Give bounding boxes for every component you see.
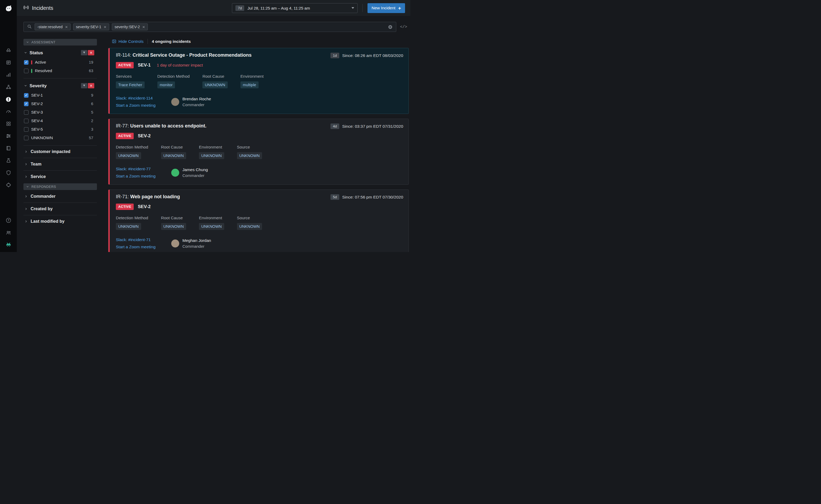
incident-title: IR-114: Critical Service Outage - Produc…: [116, 52, 252, 58]
hide-controls-button[interactable]: Hide Controls: [112, 39, 143, 44]
filter-funnel-button[interactable]: [81, 50, 87, 55]
incident-field: Environment multiple: [240, 74, 264, 88]
facet-row-resolved[interactable]: Resolved 63: [24, 67, 97, 75]
collapsed-group-created-by[interactable]: Created by: [23, 203, 97, 215]
incidents-icon[interactable]: [0, 93, 17, 105]
assessment-section-header[interactable]: ASSESSMENT: [23, 39, 97, 46]
facet-label: Active: [35, 60, 46, 65]
chevron-right-icon: [24, 175, 28, 178]
clear-search-icon[interactable]: [388, 24, 393, 30]
incident-title: IR-77: Users unable to access endpoint.: [116, 123, 206, 129]
monitors-icon[interactable]: [0, 105, 17, 118]
clear-filter-button[interactable]: [88, 50, 94, 55]
incident-field: Environment UNKNOWN: [199, 145, 224, 159]
new-incident-button[interactable]: New Incident +: [367, 3, 405, 13]
field-value-pill: UNKNOWN: [116, 152, 141, 159]
incidents-page-icon: [23, 5, 29, 11]
slack-channel-link[interactable]: Slack: #incident-77: [116, 167, 171, 171]
facet-row-unknown[interactable]: UNKNOWN 57: [24, 134, 97, 142]
incident-title-text: Users unable to access endpoint.: [130, 123, 206, 129]
field-label: Source: [237, 216, 262, 220]
remove-filter-icon[interactable]: [142, 26, 145, 28]
search-filter-pill[interactable]: severity:SEV-2: [112, 23, 148, 30]
zoom-meeting-link[interactable]: Start a Zoom meeting: [116, 174, 171, 179]
avatar: [171, 169, 179, 177]
incident-field: Root Cause UNKNOWN: [202, 74, 228, 88]
group-label: Customer impacted: [31, 149, 70, 154]
checkbox[interactable]: [24, 102, 28, 106]
logs-icon[interactable]: [0, 56, 17, 69]
filter-funnel-button[interactable]: [81, 83, 87, 88]
incident-card-ir-71[interactable]: IR-71: Web page not loading 5d Since: 07…: [108, 189, 409, 252]
synthetics-icon[interactable]: [0, 154, 17, 167]
collapsed-group-service[interactable]: Service: [23, 170, 97, 183]
raw-query-toggle-icon[interactable]: </>: [400, 25, 407, 29]
collapsed-group-last-modified-by[interactable]: Last modified by: [23, 215, 97, 228]
checkbox[interactable]: [24, 136, 28, 140]
checkbox[interactable]: [24, 110, 28, 115]
checkbox[interactable]: [24, 127, 28, 132]
metrics-icon[interactable]: [0, 69, 17, 81]
slack-channel-link[interactable]: Slack: #incident-114: [116, 96, 171, 101]
integrations-icon[interactable]: [0, 118, 17, 130]
zoom-meeting-link[interactable]: Start a Zoom meeting: [116, 103, 171, 108]
list-controls-row: Hide Controls 4 ongoing incidents: [108, 39, 409, 44]
facet-row-active[interactable]: Active 19: [24, 58, 97, 67]
incident-list: Hide Controls 4 ongoing incidents IR-114…: [108, 39, 409, 252]
checkbox[interactable]: [24, 119, 28, 123]
facet-row-sev1[interactable]: SEV-1 9: [24, 91, 97, 100]
remove-filter-icon[interactable]: [65, 26, 68, 28]
facet-count: 9: [91, 93, 97, 97]
collapsed-group-team[interactable]: Team: [23, 158, 97, 170]
field-label: Environment: [199, 216, 224, 220]
chevron-right-icon: [24, 195, 28, 198]
search-filter-pill[interactable]: severity:SEV-1: [73, 23, 109, 30]
bits-invader-icon[interactable]: [0, 239, 17, 251]
facet-label: SEV-2: [31, 101, 43, 106]
datadog-logo[interactable]: [2, 2, 15, 14]
facet-row-sev5[interactable]: SEV-5 3: [24, 125, 97, 134]
commander-role: Commander: [182, 102, 211, 107]
clear-filter-button[interactable]: [88, 83, 94, 88]
facet-row-sev3[interactable]: SEV-3 5: [24, 108, 97, 117]
organization-icon[interactable]: [0, 226, 17, 239]
field-label: Source: [237, 145, 262, 150]
rum-icon[interactable]: [0, 179, 17, 191]
search-filter-pill[interactable]: -state:resolved: [35, 23, 71, 30]
plus-icon: +: [398, 6, 401, 11]
slack-channel-link[interactable]: Slack: #incident-71: [116, 237, 171, 242]
divider: [362, 4, 363, 12]
remove-filter-icon[interactable]: [104, 26, 106, 28]
checkbox[interactable]: [24, 60, 28, 65]
time-range-picker[interactable]: 7d Jul 28, 11:25 am – Aug 4, 11:25 am: [232, 3, 357, 13]
incident-age-badge: 1d: [330, 53, 339, 58]
facet-row-sev4[interactable]: SEV-4 2: [24, 117, 97, 125]
checkbox[interactable]: [24, 69, 28, 73]
chevron-down-icon: [351, 7, 354, 9]
notebooks-icon[interactable]: [0, 142, 17, 154]
help-icon[interactable]: ?: [0, 214, 17, 226]
status-group-title: Status: [30, 50, 79, 55]
incident-card-ir-114[interactable]: IR-114: Critical Service Outage - Produc…: [108, 48, 409, 114]
page-title: Incidents: [32, 5, 53, 11]
watchdog-icon[interactable]: [0, 44, 17, 56]
incident-title: IR-71: Web page not loading: [116, 194, 180, 200]
facet-row-sev2[interactable]: SEV-2 6: [24, 100, 97, 108]
incident-since: Since: 03:37 pm EDT 07/31/2020: [342, 124, 403, 129]
search-input[interactable]: -state:resolved severity:SEV-1 severity:…: [23, 22, 396, 32]
incident-field: Root Cause UNKNOWN: [161, 145, 186, 159]
status-color-bar: [31, 69, 32, 73]
zoom-meeting-link[interactable]: Start a Zoom meeting: [116, 245, 171, 249]
commander-block: James Chung Commander: [171, 167, 208, 178]
checkbox[interactable]: [24, 93, 28, 98]
pipelines-icon[interactable]: [0, 130, 17, 142]
facet-count: 19: [89, 60, 97, 64]
field-value-pill: UNKNOWN: [237, 152, 262, 159]
collapsed-group-commander[interactable]: Commander: [23, 190, 97, 203]
responders-section-header[interactable]: RESPONDERS: [23, 183, 97, 190]
app-root: ? Incidents 7d Jul 28, 11:25 am – Aug 4,…: [0, 0, 410, 252]
service-map-icon[interactable]: [0, 81, 17, 93]
collapsed-group-customer-impacted[interactable]: Customer impacted: [23, 145, 97, 158]
security-icon[interactable]: [0, 167, 17, 179]
incident-card-ir-77[interactable]: IR-77: Users unable to access endpoint. …: [108, 119, 409, 185]
